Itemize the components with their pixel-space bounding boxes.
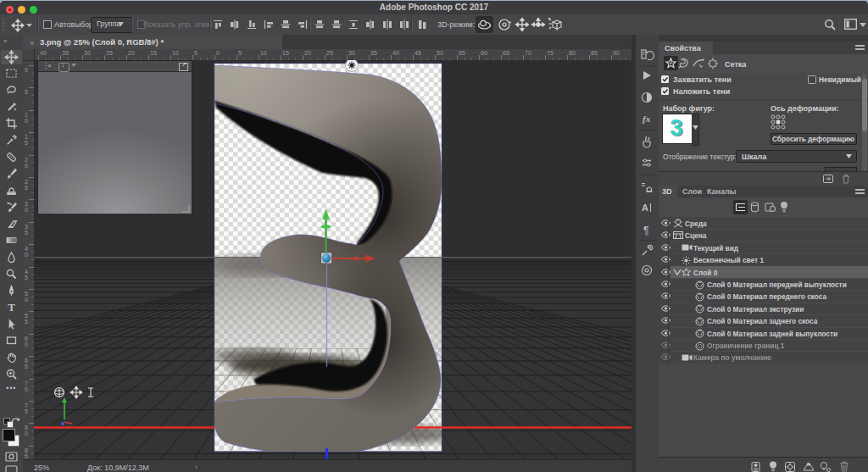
svg-text:T: T <box>8 301 15 314</box>
svg-text:A: A <box>642 203 648 213</box>
svg-text:¶: ¶ <box>643 225 648 236</box>
svg-text:fx: fx <box>643 114 651 124</box>
